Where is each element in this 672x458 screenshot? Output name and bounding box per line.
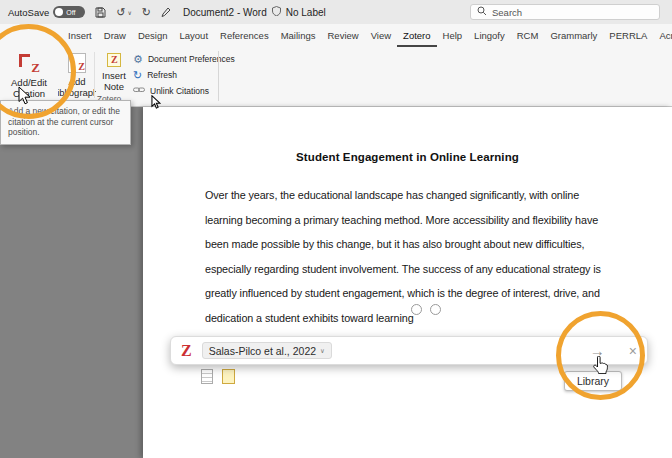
tab-view[interactable]: View	[365, 24, 397, 47]
tab-layout[interactable]: Layout	[174, 24, 215, 47]
tab-zotero[interactable]: Zotero	[397, 24, 436, 47]
note-view-icon[interactable]	[222, 369, 235, 384]
add-edit-citation-tooltip: Add a new citation, or edit the citation…	[0, 100, 131, 145]
loading-dot	[430, 304, 441, 315]
zotero-z-glyph: Z	[78, 62, 85, 72]
search-icon	[477, 6, 487, 18]
ribbon-tabs: Insert Draw Design Layout References Mai…	[0, 24, 672, 47]
sensitivity-label-icon	[272, 6, 281, 18]
loading-dot	[411, 304, 422, 315]
refresh-icon: ↻	[133, 70, 142, 81]
ribbon-divider	[94, 52, 95, 98]
tab-rcm[interactable]: RCM	[511, 24, 545, 47]
document-heading: Student Engagement in Online Learning	[143, 151, 672, 163]
titlebar: AutoSave Off ↺ ∨ ↻ Document2 - Word No L…	[0, 0, 672, 24]
ribbon-group-divider	[218, 51, 219, 101]
refresh-button[interactable]: ↻ Refresh	[133, 67, 235, 83]
add-bibliography-icon: Z	[68, 53, 86, 73]
autosave-state: Off	[66, 9, 75, 16]
tab-review[interactable]: Review	[322, 24, 365, 47]
tab-references[interactable]: References	[214, 24, 275, 47]
accept-arrow-button[interactable]: →	[590, 343, 605, 358]
sensitivity-label-text[interactable]: No Label	[286, 7, 326, 18]
tab-help[interactable]: Help	[437, 24, 469, 47]
zotero-logo: Z	[181, 342, 192, 360]
redo-icon[interactable]: ↻	[142, 7, 151, 18]
document-preferences-button[interactable]: ⚙ Document Preferences	[133, 51, 235, 67]
save-icon[interactable]	[95, 7, 106, 18]
tab-acrobat[interactable]: Acrobat	[653, 24, 672, 47]
autosave-toggle[interactable]: AutoSave Off	[8, 6, 85, 18]
zotero-citation-bar[interactable]: Z Salas-Pilco et al., 2022 ∨ → ×	[170, 336, 648, 365]
tab-lingofy[interactable]: Lingofy	[468, 24, 511, 47]
autosave-pill[interactable]: Off	[53, 6, 85, 18]
tab-design[interactable]: Design	[132, 24, 174, 47]
paragraph-line: Over the years, the educational landscap…	[205, 183, 625, 208]
gear-icon: ⚙	[133, 54, 143, 65]
chevron-down-icon[interactable]: ∨	[320, 347, 325, 355]
tab-mailings[interactable]: Mailings	[275, 24, 322, 47]
add-edit-citation-icon: Z	[17, 53, 41, 74]
citation-pill[interactable]: Salas-Pilco et al., 2022 ∨	[202, 342, 332, 359]
search-input[interactable]	[492, 7, 653, 18]
tab-draw[interactable]: Draw	[98, 24, 132, 47]
tab-insert[interactable]: Insert	[62, 24, 98, 47]
zotero-z-glyph: Z	[111, 55, 118, 65]
zotero-z-glyph: Z	[31, 61, 40, 74]
undo-dropdown-caret[interactable]: ∨	[127, 9, 131, 16]
autosave-label: AutoSave	[8, 7, 49, 18]
paragraph-line: been made possible by this change, but i…	[205, 232, 625, 257]
paragraph-line: greatly influenced by student engagement…	[205, 281, 625, 306]
document-view-icon[interactable]	[201, 369, 213, 384]
insert-note-icon: Z	[107, 53, 121, 67]
document-title-text: Document2 - Word	[183, 7, 267, 18]
document-page[interactable]: Student Engagement in Online Learning Ov…	[143, 107, 672, 458]
tooltip-body: Add a new citation, or edit the citation…	[8, 106, 123, 138]
citation-text: Salas-Pilco et al., 2022	[209, 345, 316, 357]
close-icon[interactable]: ×	[629, 344, 637, 358]
zotero-small-buttons: ⚙ Document Preferences ↻ Refresh Unlink …	[133, 51, 235, 99]
word-window: AutoSave Off ↺ ∨ ↻ Document2 - Word No L…	[0, 0, 672, 458]
tab-perrla[interactable]: PERRLA	[603, 24, 653, 47]
paragraph-line: especially regarding student involvement…	[205, 257, 625, 282]
insert-note-label: Insert Note	[98, 70, 130, 92]
document-preferences-label: Document Preferences	[148, 54, 235, 64]
refresh-label: Refresh	[147, 70, 177, 80]
paragraph-line: learning becoming a primary teaching met…	[205, 208, 625, 233]
document-title: Document2 - Word No Label	[183, 0, 326, 24]
document-workspace: Student Engagement in Online Learning Ov…	[0, 107, 672, 458]
undo-icon[interactable]: ↺	[116, 7, 125, 18]
pen-icon[interactable]	[161, 7, 171, 18]
citation-view-toggles	[201, 369, 235, 384]
ribbon: Z Add/Edit Citation Z Add Bibliography Z…	[0, 47, 672, 107]
library-button[interactable]: Library	[564, 371, 622, 391]
autosave-knob	[55, 8, 63, 16]
tab-grammarly[interactable]: Grammarly	[544, 24, 603, 47]
search-box[interactable]	[470, 4, 660, 20]
